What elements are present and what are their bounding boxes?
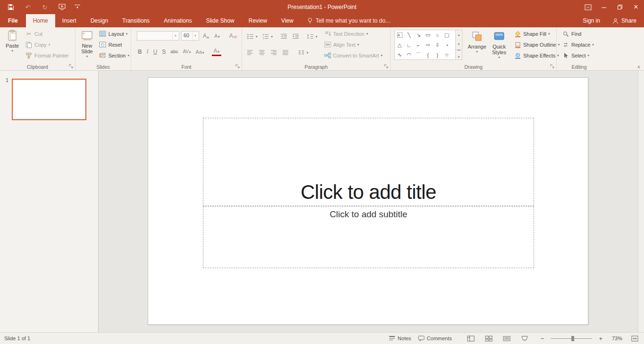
shape-outline-button[interactable]: Shape Outline ▾	[512, 39, 561, 50]
tab-slide-show[interactable]: Slide Show	[199, 14, 242, 27]
layout-button[interactable]: Layout ▾	[98, 28, 131, 39]
text-shadow-button[interactable]: S	[160, 48, 167, 56]
bold-button[interactable]: B	[136, 48, 144, 56]
subtitle-placeholder[interactable]: Click to add subtitle	[203, 206, 534, 268]
slide-sorter-view-button[interactable]	[483, 333, 494, 344]
shape-elbow-connector-2-icon[interactable]: ⌐	[414, 40, 423, 50]
shape-curve-icon[interactable]: ⌒	[414, 50, 423, 60]
gallery-more-button[interactable]: ▾	[456, 49, 462, 59]
shape-star-icon[interactable]: ☆	[442, 50, 452, 60]
font-size-combobox[interactable]: 60 ▾	[181, 31, 199, 41]
copy-button[interactable]: Copy ▾	[24, 39, 70, 50]
quick-styles-button[interactable]: Quick Styles ▾	[489, 28, 510, 62]
notes-button[interactable]: Notes	[389, 336, 411, 341]
decrease-indent-button[interactable]	[278, 31, 289, 42]
find-button[interactable]: Find	[560, 28, 602, 39]
paste-button[interactable]: Paste ▾	[2, 27, 22, 61]
font-dialog-launcher[interactable]	[235, 64, 240, 69]
shape-oval-icon[interactable]: ○	[433, 30, 442, 40]
numbering-button[interactable]: ▾	[260, 31, 275, 42]
slideshow-view-button[interactable]	[519, 333, 530, 344]
customize-quick-access-button[interactable]: ▾	[75, 5, 80, 9]
tell-me-box[interactable]: Tell me what you want to do...	[307, 14, 390, 27]
ribbon-display-options-button[interactable]	[580, 0, 596, 14]
shape-left-brace-icon[interactable]: {	[423, 50, 433, 60]
increase-font-size-button[interactable]: A▴	[201, 32, 211, 40]
columns-button[interactable]: ▾	[296, 47, 310, 58]
underline-button[interactable]: U	[151, 48, 159, 56]
format-painter-button[interactable]: Format Painter	[24, 50, 70, 61]
tab-insert[interactable]: Insert	[55, 14, 84, 27]
save-button[interactable]	[7, 3, 15, 11]
sign-in-link[interactable]: Sign in	[583, 17, 600, 24]
change-case-button[interactable]: Aa▾	[194, 48, 206, 56]
shape-scribble-icon[interactable]: ∿	[395, 50, 404, 60]
tab-review[interactable]: Review	[242, 14, 274, 27]
font-name-combobox[interactable]: ▾	[137, 31, 179, 41]
drawing-dialog-launcher[interactable]	[550, 64, 555, 69]
arrange-button[interactable]: Arrange ▾	[466, 28, 488, 62]
shape-partial-circle-icon[interactable]: ◔	[442, 40, 452, 50]
shape-right-brace-icon[interactable]: }	[433, 50, 442, 60]
align-center-button[interactable]	[257, 47, 267, 58]
tab-design[interactable]: Design	[84, 14, 115, 27]
undo-button[interactable]: ↶	[24, 3, 32, 11]
convert-to-smartart-button[interactable]: Convert to SmartArt ▾	[322, 50, 384, 61]
reading-view-button[interactable]	[501, 333, 512, 344]
zoom-out-button[interactable]: −	[541, 335, 544, 342]
fit-slide-to-window-button[interactable]	[629, 333, 640, 344]
tab-animations[interactable]: Animations	[157, 14, 199, 27]
tab-transitions[interactable]: Transitions	[115, 14, 157, 27]
shape-fill-button[interactable]: Shape Fill ▾	[512, 28, 561, 39]
shape-down-arrow-icon[interactable]: ⇩	[433, 40, 442, 50]
increase-indent-button[interactable]	[290, 31, 301, 42]
shape-rectangle-icon[interactable]: ▭	[423, 30, 433, 40]
shape-rounded-rectangle-icon[interactable]: ▢	[442, 30, 452, 40]
shapes-gallery[interactable]: A ╲ ↘ ▭ ○ ▢ △ ∟ ⌐ ⇨ ⇩ ◔ ∿ ◠	[394, 30, 456, 60]
section-button[interactable]: Section ▾	[98, 50, 131, 61]
line-spacing-button[interactable]: ▾	[305, 31, 319, 42]
normal-view-button[interactable]	[465, 333, 477, 344]
tab-file[interactable]: File	[0, 14, 26, 27]
zoom-level-button[interactable]: 73%	[612, 336, 622, 341]
shape-elbow-connector-icon[interactable]: ∟	[404, 40, 414, 50]
new-slide-button[interactable]: New Slide ▾	[78, 27, 96, 61]
shape-arrow-line-icon[interactable]: ↘	[414, 30, 423, 40]
share-button[interactable]: Share	[612, 17, 636, 24]
align-right-button[interactable]	[268, 47, 279, 58]
gallery-scroll-up-button[interactable]: ▴	[456, 30, 462, 40]
close-button[interactable]: ×	[628, 0, 644, 14]
reset-button[interactable]: Reset	[98, 39, 131, 50]
cut-button[interactable]: ✂ Cut	[24, 28, 70, 39]
shape-effects-button[interactable]: Shape Effects ▾	[512, 50, 561, 61]
slide-thumbnail[interactable]	[12, 79, 86, 120]
vertical-scrollbar[interactable]	[638, 71, 644, 332]
font-color-button[interactable]: A▾	[212, 48, 222, 56]
shape-right-arrow-icon[interactable]: ⇨	[423, 40, 433, 50]
zoom-slider-handle[interactable]	[571, 336, 574, 341]
align-text-button[interactable]: Align Text ▾	[322, 39, 384, 50]
collapse-ribbon-button[interactable]: ∧	[637, 65, 640, 69]
shape-triangle-icon[interactable]: △	[395, 40, 404, 50]
text-direction-button[interactable]: Text Direction ▾	[322, 28, 384, 39]
justify-button[interactable]	[280, 47, 291, 58]
italic-button[interactable]: I	[145, 47, 151, 56]
decrease-font-size-button[interactable]: A▾	[213, 33, 222, 40]
zoom-slider[interactable]	[551, 335, 592, 342]
strikethrough-button[interactable]: abc	[168, 48, 180, 55]
zoom-in-button[interactable]: +	[599, 335, 602, 342]
align-left-button[interactable]	[245, 47, 255, 58]
replace-button[interactable]: Replace ▾	[560, 39, 602, 50]
title-placeholder[interactable]: Click to add title	[203, 118, 534, 206]
minimize-button[interactable]: ─	[596, 0, 612, 14]
redo-button[interactable]: ↻	[41, 3, 49, 11]
clear-formatting-button[interactable]: A	[227, 32, 239, 40]
start-from-beginning-button[interactable]	[58, 3, 66, 11]
slide-canvas[interactable]: Click to add title Click to add subtitle	[148, 77, 588, 325]
shape-text-box-icon[interactable]: A	[395, 30, 404, 40]
bullets-button[interactable]: ▾	[245, 31, 259, 42]
tab-home[interactable]: Home	[26, 14, 55, 27]
restore-button[interactable]	[612, 0, 628, 14]
gallery-scroll-down-button[interactable]: ▾	[456, 40, 462, 49]
select-button[interactable]: Select ▾	[560, 50, 602, 61]
